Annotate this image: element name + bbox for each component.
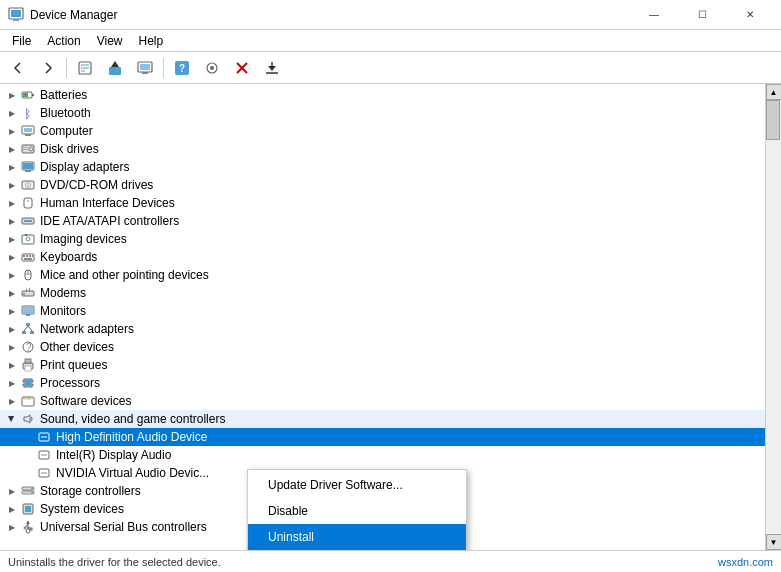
expand-network[interactable]: ▶: [4, 321, 20, 337]
expand-display[interactable]: ▶: [4, 159, 20, 175]
toolbar-sep-1: [66, 58, 67, 78]
svg-rect-62: [22, 331, 26, 334]
action-button[interactable]: [198, 55, 226, 81]
tree-item-modems[interactable]: ▶ Modems: [0, 284, 765, 302]
expand-sound[interactable]: ▶: [4, 411, 20, 427]
tree-item-monitors[interactable]: ▶ Monitors: [0, 302, 765, 320]
tree-item-print[interactable]: ▶ Print queues: [0, 356, 765, 374]
menu-help[interactable]: Help: [131, 32, 172, 50]
scroll-up-button[interactable]: ▲: [766, 84, 782, 100]
tree-item-hid[interactable]: ▶ Human Interface Devices: [0, 194, 765, 212]
menu-file[interactable]: File: [4, 32, 39, 50]
expand-keyboards[interactable]: ▶: [4, 249, 20, 265]
close-button[interactable]: ✕: [727, 0, 773, 30]
printer-icon: [20, 357, 36, 373]
help-button[interactable]: ?: [168, 55, 196, 81]
menu-view[interactable]: View: [89, 32, 131, 50]
title-bar-left: Device Manager: [8, 7, 117, 23]
svg-text:ᛒ: ᛒ: [24, 107, 31, 120]
tree-item-disk[interactable]: ▶ Disk drives: [0, 140, 765, 158]
other-label: Other devices: [40, 340, 114, 354]
svg-rect-57: [29, 288, 30, 292]
expand-processors[interactable]: ▶: [4, 375, 20, 391]
processor-icon: [20, 375, 36, 391]
svg-point-101: [26, 529, 30, 533]
expand-usb[interactable]: ▶: [4, 519, 20, 535]
tree-item-intel-display[interactable]: Intel(R) Display Audio: [0, 446, 765, 464]
expand-bluetooth[interactable]: ▶: [4, 105, 20, 121]
tree-item-keyboards[interactable]: ▶ Keyboards: [0, 248, 765, 266]
monitor-icon: [20, 303, 36, 319]
expand-hd-audio[interactable]: [20, 429, 36, 445]
tree-item-mice[interactable]: ▶ Mice and other pointing devices: [0, 266, 765, 284]
update-driver-button[interactable]: [101, 55, 129, 81]
tree-item-network[interactable]: ▶ Network adapters: [0, 320, 765, 338]
expand-imaging[interactable]: ▶: [4, 231, 20, 247]
expand-monitors[interactable]: ▶: [4, 303, 20, 319]
imaging-icon: [20, 231, 36, 247]
audio-icon-hd: [36, 429, 52, 445]
expand-storage[interactable]: ▶: [4, 483, 20, 499]
menu-action[interactable]: Action: [39, 32, 88, 50]
tree-item-processors[interactable]: ▶ Processors: [0, 374, 765, 392]
download-button[interactable]: [258, 55, 286, 81]
software-label: Software devices: [40, 394, 131, 408]
intel-display-label: Intel(R) Display Audio: [56, 448, 171, 462]
tree-item-bluetooth[interactable]: ▶ ᛒ Bluetooth: [0, 104, 765, 122]
expand-disk[interactable]: ▶: [4, 141, 20, 157]
tree-item-dvd[interactable]: ▶ DVD/CD-ROM drives: [0, 176, 765, 194]
svg-rect-69: [25, 359, 31, 363]
tree-item-display[interactable]: ▶ Display adapters: [0, 158, 765, 176]
expand-system[interactable]: ▶: [4, 501, 20, 517]
scroll-down-button[interactable]: ▼: [766, 534, 782, 550]
scrollbar[interactable]: ▲ ▼: [765, 84, 781, 550]
properties-button[interactable]: [71, 55, 99, 81]
scroll-track[interactable]: [766, 100, 781, 534]
expand-mice[interactable]: ▶: [4, 267, 20, 283]
expand-modems[interactable]: ▶: [4, 285, 20, 301]
expand-print[interactable]: ▶: [4, 357, 20, 373]
context-menu-update-driver[interactable]: Update Driver Software...: [248, 472, 466, 498]
expand-nvidia[interactable]: [20, 465, 36, 481]
expand-ide[interactable]: ▶: [4, 213, 20, 229]
tree-item-batteries[interactable]: ▶ Batteries: [0, 86, 765, 104]
mice-label: Mice and other pointing devices: [40, 268, 209, 282]
svg-text:?: ?: [179, 63, 185, 74]
forward-button[interactable]: [34, 55, 62, 81]
tree-view[interactable]: ▶ Batteries ▶ ᛒ Bluetooth ▶ Computer ▶: [0, 84, 765, 550]
maximize-button[interactable]: ☐: [679, 0, 725, 30]
other-icon: ?: [20, 339, 36, 355]
svg-rect-44: [25, 234, 27, 236]
tree-item-computer[interactable]: ▶ Computer: [0, 122, 765, 140]
storage-label: Storage controllers: [40, 484, 141, 498]
expand-intel-display[interactable]: [20, 447, 36, 463]
hid-label: Human Interface Devices: [40, 196, 175, 210]
scroll-thumb[interactable]: [766, 100, 780, 140]
svg-text:?: ?: [26, 342, 32, 353]
tree-item-other[interactable]: ▶ ? Other devices: [0, 338, 765, 356]
tree-item-software[interactable]: ▶ Software devices: [0, 392, 765, 410]
context-menu-uninstall[interactable]: Uninstall: [248, 524, 466, 550]
svg-marker-8: [111, 61, 119, 67]
usb-label: Universal Serial Bus controllers: [40, 520, 207, 534]
expand-hid[interactable]: ▶: [4, 195, 20, 211]
context-menu-disable[interactable]: Disable: [248, 498, 466, 524]
tree-item-ide[interactable]: ▶ IDE ATA/ATAPI controllers: [0, 212, 765, 230]
tree-item-imaging[interactable]: ▶ Imaging devices: [0, 230, 765, 248]
expand-other[interactable]: ▶: [4, 339, 20, 355]
screen-button[interactable]: [131, 55, 159, 81]
expand-batteries[interactable]: ▶: [4, 87, 20, 103]
tree-item-sound[interactable]: ▶ Sound, video and game controllers: [0, 410, 765, 428]
minimize-button[interactable]: —: [631, 0, 677, 30]
keyboard-icon: [20, 249, 36, 265]
expand-software[interactable]: ▶: [4, 393, 20, 409]
expand-computer[interactable]: ▶: [4, 123, 20, 139]
status-bar: Uninstalls the driver for the selected d…: [0, 550, 781, 572]
system-label: System devices: [40, 502, 124, 516]
network-icon: [20, 321, 36, 337]
dvd-label: DVD/CD-ROM drives: [40, 178, 153, 192]
remove-button[interactable]: [228, 55, 256, 81]
expand-dvd[interactable]: ▶: [4, 177, 20, 193]
tree-item-hd-audio[interactable]: High Definition Audio Device: [0, 428, 765, 446]
back-button[interactable]: [4, 55, 32, 81]
